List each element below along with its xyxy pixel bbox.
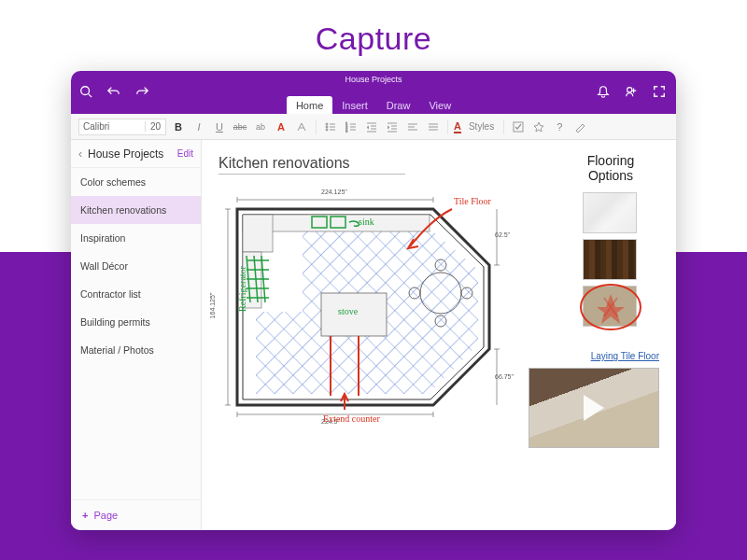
annot-tile-floor: Tile Floor <box>454 196 491 206</box>
ink-button[interactable] <box>571 119 588 135</box>
bold-button[interactable]: B <box>170 119 187 135</box>
page-item-color-schemes[interactable]: Color schemes <box>71 168 201 196</box>
section-header: ‹ House Projects Edit <box>71 140 201 168</box>
ribbon: Calibri 20 B I U abc ab A 123 A⁠ Styles … <box>71 114 676 140</box>
tab-insert[interactable]: Insert <box>332 96 377 114</box>
page-item-contractor[interactable]: Contractor list <box>71 280 201 308</box>
section-name[interactable]: House Projects <box>88 147 177 161</box>
styles-label: Styles <box>465 121 498 132</box>
case-button[interactable]: ab <box>252 119 269 135</box>
page-sidebar: ‹ House Projects Edit Color schemes Kitc… <box>71 140 202 530</box>
swatch-marble[interactable] <box>583 192 637 233</box>
annot-refrigerator: Refrigerator <box>237 266 247 312</box>
video-link[interactable]: Laying Tile Floor <box>591 351 659 361</box>
annot-sink: sink <box>359 217 374 227</box>
tab-view[interactable]: View <box>419 96 460 114</box>
italic-button[interactable]: I <box>190 119 207 135</box>
edit-button[interactable]: Edit <box>177 148 193 159</box>
dim-right-lower: 66.75" <box>495 373 514 380</box>
dim-top: 224.125" <box>321 189 347 195</box>
tag-button[interactable] <box>530 119 547 135</box>
svg-rect-33 <box>243 215 273 252</box>
swatch-wood[interactable] <box>583 239 637 280</box>
flooring-title: Flooring Options <box>564 153 657 183</box>
notebook-name: House Projects <box>71 75 676 84</box>
help-button[interactable]: ? <box>551 119 568 135</box>
play-icon <box>584 395 604 421</box>
hero-title: Capture <box>0 21 747 57</box>
swatch-tile[interactable] <box>583 286 637 327</box>
page-item-material[interactable]: Material / Photos <box>71 336 201 364</box>
svg-point-3 <box>326 123 328 125</box>
svg-point-7 <box>326 129 328 131</box>
outdent-button[interactable] <box>363 119 380 135</box>
video-thumbnail[interactable] <box>529 368 659 448</box>
strike-button[interactable]: abc <box>232 119 248 135</box>
svg-text:3: 3 <box>345 129 348 133</box>
title-bar: House Projects Home Insert Draw View <box>71 71 676 114</box>
font-name: Calibri <box>79 121 145 132</box>
back-icon[interactable]: ‹ <box>78 147 82 161</box>
font-size: 20 <box>145 121 165 132</box>
ribbon-tabs: Home Insert Draw View <box>71 96 676 114</box>
annot-extend-counter: Extend counter <box>323 414 380 424</box>
tab-home[interactable]: Home <box>287 96 332 114</box>
bullets-button[interactable] <box>322 119 339 135</box>
svg-point-0 <box>81 87 90 95</box>
highlight-button[interactable] <box>293 119 310 135</box>
page-list: Color schemes Kitchen renovations Inspir… <box>71 168 201 499</box>
underline-button[interactable]: U <box>211 119 228 135</box>
font-color-button[interactable]: A <box>273 119 289 135</box>
bell-icon[interactable] <box>596 84 611 99</box>
numbers-button[interactable]: 123 <box>343 119 359 135</box>
svg-point-2 <box>627 88 632 92</box>
para-button[interactable] <box>425 119 442 135</box>
dim-left: 164.125" <box>209 293 216 319</box>
flooring-swatches <box>583 192 639 327</box>
svg-point-5 <box>326 126 328 128</box>
styles-button[interactable]: A⁠ <box>454 119 461 135</box>
share-icon[interactable] <box>624 84 639 99</box>
fullscreen-icon[interactable] <box>652 84 667 99</box>
font-picker[interactable]: Calibri 20 <box>78 119 166 135</box>
dim-right-upper: 62.5" <box>495 231 510 238</box>
indent-button[interactable] <box>384 119 401 135</box>
annot-stove: stove <box>338 306 358 316</box>
page-item-inspiration[interactable]: Inspiration <box>71 224 201 252</box>
todo-button[interactable] <box>510 119 527 135</box>
page-item-kitchen[interactable]: Kitchen renovations <box>71 196 201 224</box>
align-button[interactable] <box>404 119 421 135</box>
floorplan-drawing: 224.125" 224.5" 164.125" 62.5" 66.75" Re… <box>218 190 508 433</box>
app-window: House Projects Home Insert Draw View Cal… <box>71 71 676 530</box>
tab-draw[interactable]: Draw <box>377 96 420 114</box>
page-item-wall-decor[interactable]: Wall Décor <box>71 252 201 280</box>
page-title[interactable]: Kitchen renovations <box>218 155 405 175</box>
add-page-button[interactable]: Page <box>71 499 201 530</box>
note-canvas[interactable]: Kitchen renovations <box>202 140 676 530</box>
page-item-permits[interactable]: Building permits <box>71 308 201 336</box>
